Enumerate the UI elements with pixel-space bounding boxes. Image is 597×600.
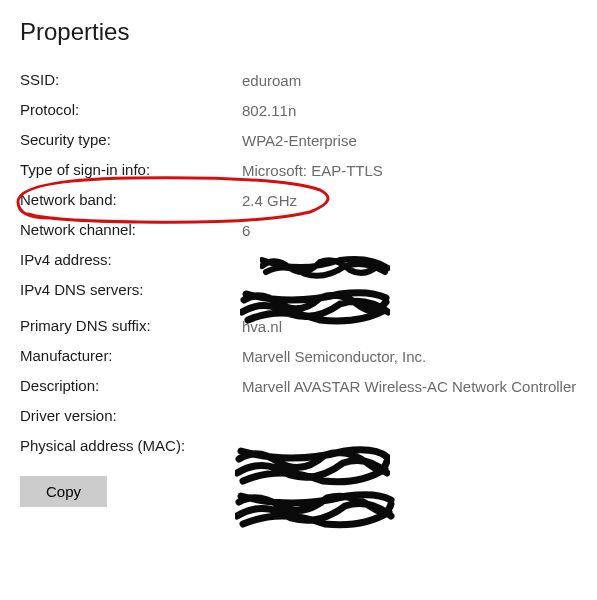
redaction-ipv4-address [260, 254, 390, 280]
label-protocol: Protocol: [20, 101, 242, 118]
value-security-type: WPA2-Enterprise [242, 131, 357, 151]
label-ipv4-address: IPv4 address: [20, 251, 242, 268]
label-physical-address: Physical address (MAC): [20, 437, 242, 454]
value-protocol: 802.11n [242, 101, 296, 121]
row-protocol: Protocol: 802.11n [20, 98, 577, 128]
label-security-type: Security type: [20, 131, 242, 148]
label-manufacturer: Manufacturer: [20, 347, 242, 364]
label-primary-dns-suffix: Primary DNS suffix: [20, 317, 242, 334]
label-ipv4-dns: IPv4 DNS servers: [20, 281, 242, 298]
value-manufacturer: Marvell Semiconductor, Inc. [242, 347, 426, 367]
label-description: Description: [20, 377, 242, 394]
row-driver-version: Driver version: [20, 404, 577, 434]
row-manufacturer: Manufacturer: Marvell Semiconductor, Inc… [20, 344, 577, 374]
redaction-ipv4-dns [240, 288, 390, 326]
page-title: Properties [20, 18, 577, 46]
label-ssid: SSID: [20, 71, 242, 88]
row-description: Description: Marvell AVASTAR Wireless-AC… [20, 374, 577, 404]
label-driver-version: Driver version: [20, 407, 242, 424]
copy-button[interactable]: Copy [20, 476, 107, 507]
redaction-physical-address [235, 490, 395, 530]
value-description: Marvell AVASTAR Wireless-AC Network Cont… [242, 377, 576, 397]
value-ssid: eduroam [242, 71, 301, 91]
redaction-driver-version [235, 445, 390, 487]
row-security-type: Security type: WPA2-Enterprise [20, 128, 577, 158]
annotation-red-circle [10, 170, 340, 234]
row-ssid: SSID: eduroam [20, 68, 577, 98]
